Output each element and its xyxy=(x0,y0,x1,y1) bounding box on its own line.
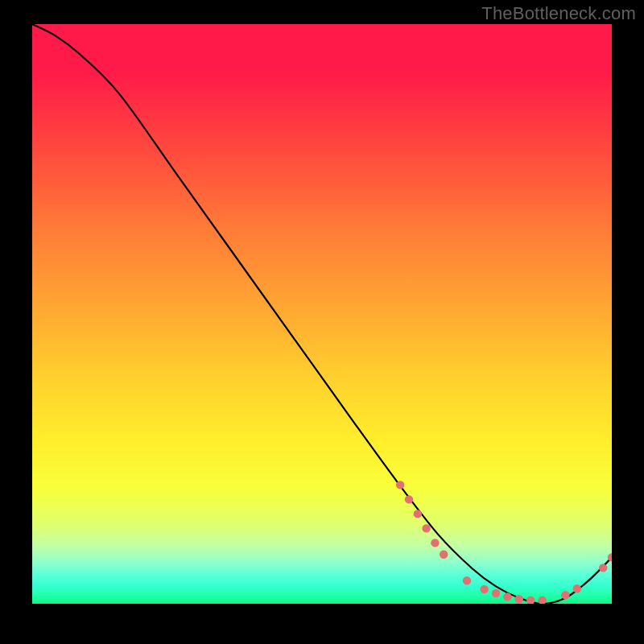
bottleneck-curve-path xyxy=(32,24,612,604)
data-point-cluster-left-6 xyxy=(440,551,448,559)
data-point-cluster-left-1 xyxy=(396,481,404,489)
data-point-rise-2 xyxy=(573,584,581,592)
data-point-trough-4 xyxy=(503,592,511,601)
plot-area xyxy=(32,24,612,604)
curve-svg xyxy=(32,24,612,604)
data-point-trough-7 xyxy=(538,597,546,605)
chart-frame: TheBottleneck.com xyxy=(0,0,644,644)
data-point-trough-1 xyxy=(463,576,471,584)
data-point-cluster-left-3 xyxy=(414,510,422,518)
data-point-rise-3 xyxy=(599,564,607,572)
data-points-group xyxy=(396,481,612,604)
watermark-text: TheBottleneck.com xyxy=(481,3,636,24)
data-point-trough-3 xyxy=(492,589,500,597)
data-point-trough-2 xyxy=(480,585,488,593)
data-point-trough-5 xyxy=(515,595,523,603)
data-point-rise-1 xyxy=(561,591,569,599)
data-point-cluster-left-2 xyxy=(405,495,413,503)
data-point-trough-6 xyxy=(526,597,535,605)
data-point-cluster-left-4 xyxy=(422,524,430,532)
data-point-cluster-left-5 xyxy=(431,539,439,547)
